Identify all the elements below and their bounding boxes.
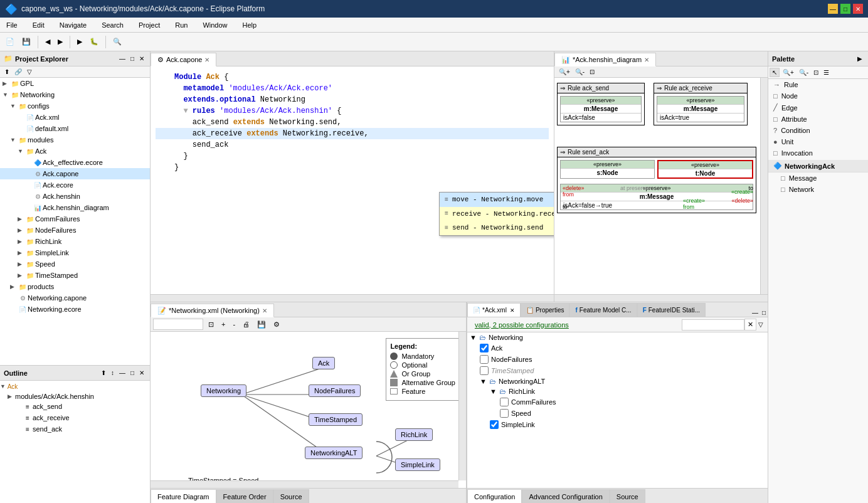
ft-nodefailures[interactable]: NodeFailures [467, 354, 768, 365]
henshin-scrollbar-v[interactable] [760, 78, 768, 294]
palette-item-unit[interactable]: ● Unit [768, 136, 868, 147]
tree-item-networking[interactable]: ▼ 📁 Networking [0, 89, 150, 100]
menu-file[interactable]: File [3, 20, 21, 30]
tree-item-configs[interactable]: ▼ 📁 configs [0, 100, 150, 112]
fd-node-ack[interactable]: Ack [312, 357, 335, 369]
palette-item-network[interactable]: □ Network [768, 184, 868, 195]
henshin-zoom-out[interactable]: 🔍- [573, 68, 586, 76]
outline-sort[interactable]: ↕ [109, 369, 116, 377]
ft-networkingalt-expand[interactable]: ▼ [480, 378, 487, 385]
tree-item-speed[interactable]: ▶ 📁 Speed [0, 258, 150, 270]
expand-modules[interactable]: ▼ [10, 137, 18, 143]
tree-item-richlink[interactable]: ▶ 📁 RichLink [0, 236, 150, 247]
ft-commfailures[interactable]: CommFailures [467, 396, 768, 408]
palette-toggle[interactable]: ☰ [822, 68, 831, 77]
tree-item-nodefailures[interactable]: ▶ 📁 NodeFailures [0, 225, 150, 236]
tree-item-simplelink[interactable]: ▶ 📁 SimpleLink [0, 247, 150, 258]
ac-item-move[interactable]: ≡ move - Networking.move [440, 193, 554, 207]
henshin-diagram-canvas[interactable]: ⇒ Rule ack_send «preserve» m:Message isA… [554, 78, 768, 294]
ac-item-send[interactable]: ≡ send - Networking.send [440, 221, 554, 235]
fd-scrollbar-h[interactable] [151, 480, 458, 488]
palette-fit[interactable]: ⊡ [812, 68, 820, 77]
ft-commfailures-checkbox[interactable] [500, 398, 509, 406]
tree-item-ack-capone[interactable]: ⚙ Ack.capone [0, 168, 150, 179]
menu-run[interactable]: Run [171, 20, 191, 30]
outline-maximize[interactable]: □ [129, 369, 136, 377]
expand-networking[interactable]: ▼ [3, 92, 10, 98]
tree-item-networking-ecore[interactable]: 📄 Networking.ecore [0, 304, 150, 315]
toolbar-run[interactable]: ▶ [74, 36, 85, 48]
palette-zoom-in[interactable]: 🔍+ [781, 68, 796, 77]
fd-tab-order[interactable]: Feature Order [216, 489, 273, 503]
tree-item-ack-henshin[interactable]: ⚙ Ack.henshin [0, 191, 150, 202]
config-tab-configuration[interactable]: Configuration [467, 489, 522, 503]
tab-ack-capone[interactable]: ⚙ Ack.capone ✕ [151, 53, 216, 66]
expand-timestamped[interactable]: ▶ [18, 272, 25, 278]
ack-xml-rtab-close[interactable]: ✕ [510, 307, 515, 314]
fold-rules[interactable]: ▼ [183, 107, 188, 115]
project-explorer-minimize[interactable]: — [117, 55, 127, 63]
outline-hide[interactable]: — [117, 369, 127, 377]
tab-henshin-diagram[interactable]: 📊 *Ack.henshin_diagram ✕ [554, 53, 656, 66]
fd-tab-source[interactable]: Source [273, 489, 309, 503]
ft-richlink-expand[interactable]: ▼ [490, 388, 497, 395]
toolbar-new[interactable]: 📄 [3, 36, 18, 48]
expand-outline-henshin[interactable]: ▶ [8, 393, 15, 400]
ft-simplelink[interactable]: SimpleLink [467, 419, 768, 430]
valid-config-link[interactable]: valid, 2 possible configurations [470, 319, 574, 331]
rtab-maximize[interactable]: □ [760, 309, 768, 317]
outline-collapse[interactable]: ⬆ [99, 369, 108, 377]
fd-node-networkingalt[interactable]: NetworkingALT [305, 447, 363, 459]
menu-window[interactable]: Window [199, 20, 231, 30]
palette-section-networkingack[interactable]: 🔷 NetworkingAck [768, 160, 868, 172]
menu-edit[interactable]: Edit [29, 20, 48, 30]
tree-item-default-xml[interactable]: 📄 default.xml [0, 123, 150, 134]
filter-button[interactable]: ▽ [25, 68, 34, 76]
palette-select[interactable]: ↖ [770, 68, 780, 77]
palette-item-rule[interactable]: → Rule [768, 79, 868, 90]
menu-help[interactable]: Help [239, 20, 261, 30]
config-search-input[interactable] [682, 319, 744, 331]
palette-item-attribute[interactable]: □ Attribute [768, 114, 868, 125]
palette-item-condition[interactable]: ? Condition [768, 125, 868, 136]
toolbar-forward[interactable]: ▶ [55, 36, 66, 48]
fd-export[interactable]: 💾 [255, 319, 268, 330]
outline-item-ack[interactable]: ▼ Ack [0, 381, 150, 392]
config-search-clear[interactable]: ✕ [744, 319, 756, 331]
fd-print[interactable]: 🖨 [240, 319, 252, 329]
ft-networkingalt[interactable]: ▼ 🗁 NetworkingALT [467, 376, 768, 386]
collapse-all-button[interactable]: ⬆ [3, 68, 11, 76]
rtab-ack-xml[interactable]: 📄 *Ack.xml ✕ [467, 303, 521, 317]
henshin-zoom-in[interactable]: 🔍+ [557, 68, 572, 76]
tree-item-ack-effective[interactable]: 🔷 Ack_effective.ecore [0, 157, 150, 168]
toolbar-debug[interactable]: 🐛 [87, 36, 102, 48]
ft-simplelink-checkbox[interactable] [490, 420, 499, 429]
ft-nodefailures-checkbox[interactable] [480, 355, 489, 364]
fd-tab-diagram[interactable]: Feature Diagram [151, 489, 216, 503]
menu-project[interactable]: Project [135, 20, 164, 30]
link-editor-button[interactable]: 🔗 [13, 68, 24, 76]
palette-item-invocation[interactable]: □ Invocation [768, 147, 868, 159]
expand-products[interactable]: ▶ [10, 283, 18, 290]
rtab-featureide-stati[interactable]: F FeatureIDE Stati... [637, 303, 706, 317]
ft-networking-expand[interactable]: ▼ [470, 334, 477, 341]
fd-zoom-in[interactable]: + [219, 319, 228, 329]
palette-item-node[interactable]: □ Node [768, 90, 868, 102]
config-filter[interactable]: ▽ [756, 320, 765, 329]
expand-commfailures[interactable]: ▶ [18, 216, 25, 222]
config-tab-advanced[interactable]: Advanced Configuration [522, 489, 609, 503]
tree-item-networking-capone[interactable]: ⚙ Networking.capone [0, 292, 150, 304]
fd-scrollbar-v[interactable] [458, 332, 466, 480]
tree-item-timestamped[interactable]: ▶ 📁 TimeStamped [0, 270, 150, 281]
ft-speed[interactable]: Speed [467, 408, 768, 419]
fd-node-nodefailures[interactable]: NodeFailures [309, 384, 361, 397]
ft-timestamped[interactable]: TimeStamped [467, 365, 768, 376]
expand-speed[interactable]: ▶ [18, 261, 25, 267]
minimize-button[interactable]: — [828, 4, 838, 14]
fd-node-networking[interactable]: Networking [201, 384, 246, 397]
ft-richlink[interactable]: ▼ 🗁 RichLink [467, 386, 768, 396]
ft-speed-checkbox[interactable] [500, 409, 509, 418]
expand-ack[interactable]: ▼ [18, 148, 25, 154]
menu-search[interactable]: Search [98, 20, 127, 30]
toolbar-back[interactable]: ◀ [42, 36, 53, 48]
